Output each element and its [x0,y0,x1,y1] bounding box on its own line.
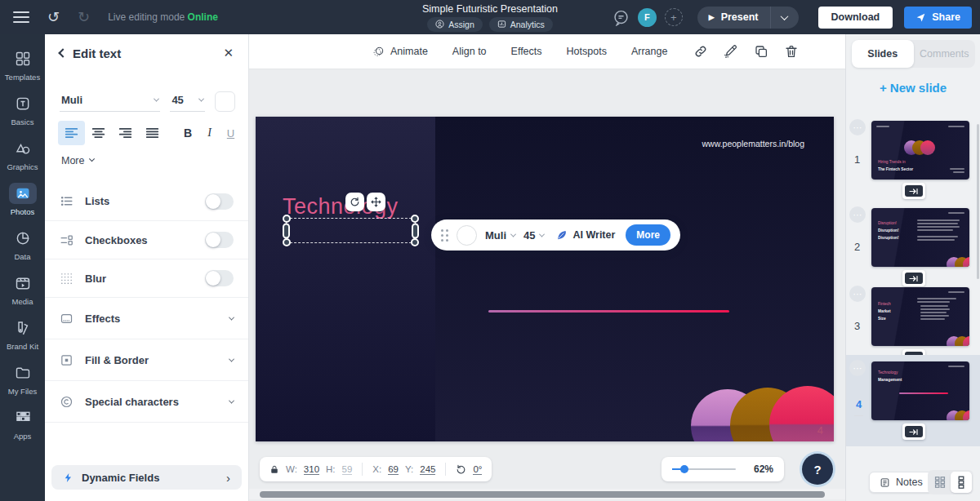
analytics-button[interactable]: Analytics [489,17,553,32]
align-right-button[interactable] [112,121,139,145]
assign-button[interactable]: Assign [427,17,483,32]
align-center-button[interactable] [85,121,112,145]
analytics-label: Analytics [510,20,545,29]
slide-transition-button[interactable] [902,423,925,440]
fill-border-section-row[interactable]: Fill & Border [45,339,248,380]
link-icon[interactable] [693,44,708,59]
blur-toggle[interactable] [205,270,234,286]
sidebar-item-photos[interactable]: Photos [0,177,45,222]
lists-toggle[interactable] [205,193,234,210]
slide-thumbnail-4[interactable]: Technology Management [871,361,969,420]
rotation-icon[interactable] [456,464,466,475]
slide-options-icon[interactable]: ⋯ [849,119,866,135]
slide-accent-line[interactable] [488,310,729,313]
font-size-select[interactable]: 45 [170,90,205,112]
sidebar-item-basics[interactable]: Basics [0,87,45,132]
add-collaborator-button[interactable]: + [665,8,683,26]
sidebar-item-templates[interactable]: Templates [0,42,45,87]
tab-comments[interactable]: Comments [914,40,976,68]
slide-options-icon[interactable]: ⋯ [849,206,866,223]
back-chevron-icon[interactable] [58,48,67,57]
sidebar-item-brand-kit[interactable]: Brand Kit [0,312,45,357]
hotspots-button[interactable]: Hotspots [567,46,607,57]
sidebar-item-data[interactable]: Data [0,222,45,267]
zoom-slider-knob[interactable] [680,465,688,473]
help-button[interactable]: ? [802,454,833,485]
y-value[interactable]: 245 [420,464,435,475]
text-color-circle[interactable] [457,225,477,246]
resize-handle-top-right[interactable] [411,215,419,223]
sidebar-item-graphics[interactable]: Graphics [0,132,45,177]
effects-button[interactable]: Effects [511,46,542,57]
micro-text-placeholder [920,312,947,313]
resize-handle-middle-right[interactable] [412,223,419,238]
effects-section-row[interactable]: Effects [45,297,248,339]
ai-writer-button[interactable]: AI Writer [555,229,615,242]
zoom-slider[interactable] [672,468,736,470]
align-justify-button[interactable] [139,121,166,145]
list-view-button[interactable] [951,472,972,493]
selection-bounding-box[interactable] [286,218,416,243]
sidebar-item-apps[interactable]: Apps [0,401,45,446]
slide-thumbnail-2[interactable]: Disruption! Disruption! Disruption! [871,208,969,267]
dynamic-fields-button[interactable]: Dynamic Fields › [51,465,242,490]
floating-more-button[interactable]: More [626,224,670,246]
arrange-button[interactable]: Arrange [631,46,667,57]
download-button[interactable]: Download [818,7,893,29]
dynamic-fields-label: Dynamic Fields [82,472,159,484]
hamburger-menu-icon[interactable] [13,8,29,26]
bold-button[interactable]: B [184,126,192,140]
undo-icon[interactable]: ↺ [47,8,60,26]
lock-icon[interactable] [270,464,279,475]
slide-options-icon[interactable]: ⋯ [849,360,866,376]
move-handle-button[interactable] [367,193,385,211]
redo-icon[interactable]: ↻ [78,8,90,26]
trash-icon[interactable] [784,44,799,59]
align-left-button[interactable] [58,121,85,145]
text-color-swatch[interactable] [215,91,235,112]
grid-view-button[interactable] [929,472,951,493]
share-button[interactable]: Share [904,7,972,29]
sidebar-item-my-files[interactable]: My Files [0,357,45,401]
duplicate-icon[interactable] [754,44,768,59]
toolbar-drag-handle[interactable] [441,229,448,242]
resize-handle-bottom-left[interactable] [283,238,291,246]
resize-handle-middle-left[interactable] [283,223,290,238]
slide-canvas[interactable]: www.peoplematters.in/blog Technology Mul… [256,117,834,441]
floating-size-select[interactable]: 45 [523,229,544,242]
vertical-scrollbar-thumb[interactable] [977,124,979,279]
italic-button[interactable]: I [207,126,212,140]
comments-bubble-icon[interactable] [612,9,630,26]
style-brush-icon[interactable] [724,44,738,59]
lists-label: Lists [85,195,109,207]
checkboxes-toggle[interactable] [205,232,234,248]
font-family-select[interactable]: Muli [60,90,160,112]
width-value[interactable]: 310 [304,464,319,475]
special-characters-section-row[interactable]: Special characters [45,380,248,422]
tab-slides[interactable]: Slides [852,40,914,68]
slide-transition-button[interactable] [902,183,925,199]
resize-handle-top-left[interactable] [283,215,291,223]
animate-icon [373,46,385,57]
horizontal-scrollbar-thumb[interactable] [260,491,825,498]
slide-thumbnail-1[interactable]: Hiring Trends in The Fintech Sector [871,121,969,180]
resize-handle-bottom-right[interactable] [411,238,419,246]
slide-thumbnail-3[interactable]: Fintech Market Size [871,287,969,346]
sidebar-item-media[interactable]: Media [0,267,45,312]
animate-button[interactable]: Animate [373,46,428,57]
rotate-handle-button[interactable] [345,193,364,211]
new-slide-button[interactable]: + New slide [846,81,980,95]
user-avatar[interactable]: F [638,8,657,27]
close-icon[interactable]: ✕ [223,46,234,60]
present-button[interactable]: ▶ Present [697,11,770,23]
notes-button[interactable]: Notes [869,472,933,493]
align-to-button[interactable]: Align to [452,46,487,57]
present-dropdown-button[interactable] [771,15,799,20]
underline-button[interactable]: U [227,127,234,140]
more-options-link[interactable]: More [61,155,94,166]
rotation-value[interactable]: 0° [473,464,482,475]
slide-options-icon[interactable]: ⋯ [849,286,866,302]
x-value[interactable]: 69 [388,464,399,475]
height-value[interactable]: 59 [342,464,353,475]
floating-font-select[interactable]: Muli [485,229,515,242]
